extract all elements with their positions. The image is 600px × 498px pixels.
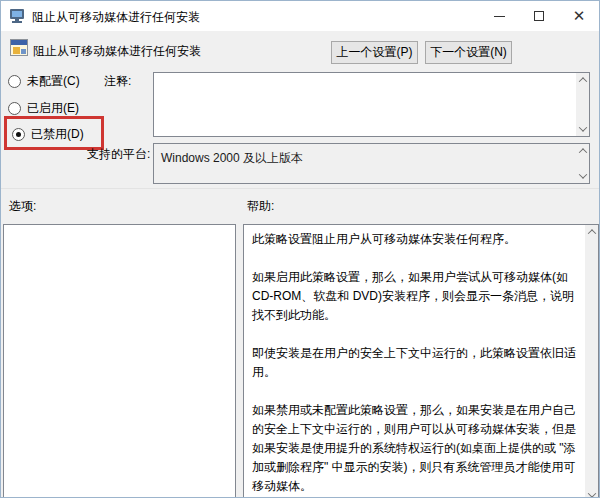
- help-scrollbar[interactable]: [585, 225, 598, 498]
- options-label: 选项:: [9, 198, 36, 215]
- policy-setting-icon: [10, 39, 28, 56]
- supported-on-scrollbar[interactable]: [576, 144, 589, 183]
- radio-disabled-label: 已禁用(D): [31, 126, 84, 143]
- help-label: 帮助:: [247, 198, 274, 215]
- radio-enabled-label: 已启用(E): [27, 100, 79, 117]
- section-divider: [1, 188, 600, 189]
- radio-not-configured[interactable]: 未配置(C): [8, 73, 80, 90]
- window-title: 阻止从可移动媒体进行任何安装: [32, 9, 200, 26]
- help-paragraph: 如果禁用或未配置此策略设置，那么，如果安装是在用户自己的安全上下文中运行的，则用…: [252, 401, 579, 496]
- scroll-up-icon[interactable]: [576, 144, 589, 158]
- title-bar: 阻止从可移动媒体进行任何安装 ✕: [1, 1, 599, 31]
- next-setting-button[interactable]: 下一个设置(N): [425, 41, 512, 64]
- supported-on-box: Windows 2000 及以上版本: [153, 143, 590, 184]
- minimize-button[interactable]: [479, 1, 519, 31]
- radio-circle[interactable]: [8, 75, 21, 88]
- scroll-down-icon[interactable]: [576, 169, 589, 183]
- policy-setting-window: 阻止从可移动媒体进行任何安装 ✕ 阻止从可移动媒体进行任何安装 上一个设置(P)…: [0, 0, 600, 498]
- minimize-icon: [494, 16, 505, 17]
- help-paragraph: 如果启用此策略设置，那么，如果用户尝试从可移动媒体(如 CD-ROM、软盘和 D…: [252, 268, 579, 325]
- radio-disabled[interactable]: 已禁用(D): [12, 126, 84, 143]
- supported-on-value: Windows 2000 及以上版本: [161, 150, 303, 167]
- maximize-button[interactable]: [519, 1, 559, 31]
- scroll-up-icon[interactable]: [585, 225, 598, 239]
- comment-label: 注释:: [104, 73, 131, 90]
- policy-title: 阻止从可移动媒体进行任何安装: [33, 43, 201, 60]
- options-pane: [3, 224, 236, 498]
- computer-monitor-icon: [10, 8, 26, 24]
- scroll-down-icon[interactable]: [585, 488, 598, 498]
- help-text: 此策略设置阻止用户从可移动媒体安装任何程序。 如果启用此策略设置，那么，如果用户…: [244, 225, 585, 498]
- scroll-down-icon[interactable]: [576, 122, 589, 136]
- help-paragraph: 此策略设置阻止用户从可移动媒体安装任何程序。: [252, 230, 579, 249]
- scroll-up-icon[interactable]: [576, 73, 589, 87]
- comment-scrollbar[interactable]: [576, 73, 589, 136]
- close-icon: ✕: [573, 9, 586, 24]
- radio-circle-selected[interactable]: [12, 128, 25, 141]
- radio-circle[interactable]: [8, 102, 21, 115]
- radio-not-configured-label: 未配置(C): [27, 73, 80, 90]
- maximize-icon: [534, 11, 544, 21]
- radio-enabled[interactable]: 已启用(E): [8, 100, 79, 117]
- previous-setting-button[interactable]: 上一个设置(P): [331, 41, 418, 64]
- help-paragraph: 即使安装是在用户的安全上下文中运行的，此策略设置依旧适用。: [252, 344, 579, 382]
- close-button[interactable]: ✕: [559, 1, 599, 31]
- comment-textbox[interactable]: [153, 72, 590, 137]
- help-pane: 此策略设置阻止用户从可移动媒体安装任何程序。 如果启用此策略设置，那么，如果用户…: [243, 224, 599, 498]
- supported-on-label: 支持的平台:: [87, 146, 150, 163]
